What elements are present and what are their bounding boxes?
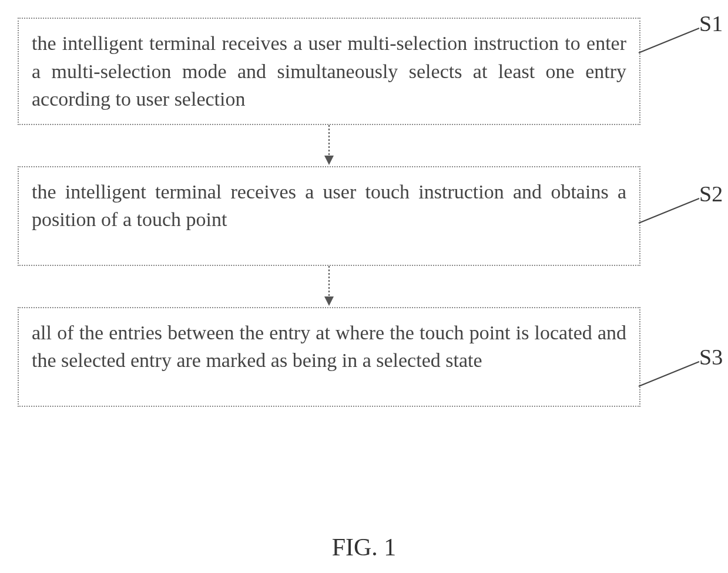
flow-step-s3-text: all of the entries between the entry at … (32, 322, 626, 372)
flow-step-s3: all of the entries between the entry at … (18, 307, 640, 407)
flow-step-s2-text: the intelligent terminal receives a user… (32, 181, 626, 231)
step-label-s2: S2 (699, 181, 723, 207)
svg-line-5 (639, 198, 699, 223)
leader-line-s2 (638, 194, 708, 229)
figure-caption: FIG. 1 (0, 533, 728, 561)
flow-step-s2: the intelligent terminal receives a user… (18, 166, 640, 266)
down-arrow-icon (317, 125, 341, 166)
arrow-s1-to-s2 (18, 125, 640, 166)
down-arrow-icon (317, 266, 341, 307)
arrow-s2-to-s3 (18, 266, 640, 307)
svg-marker-1 (324, 156, 334, 165)
flow-step-s1: the intelligent terminal receives a user… (18, 18, 640, 125)
leader-line-s3 (638, 357, 708, 392)
svg-marker-3 (324, 296, 334, 306)
svg-line-4 (639, 28, 699, 53)
step-label-s1: S1 (699, 11, 723, 36)
flowchart-container: the intelligent terminal receives a user… (18, 18, 640, 407)
svg-line-6 (639, 362, 699, 386)
leader-line-s1 (638, 23, 708, 59)
step-label-s3: S3 (699, 344, 723, 370)
flow-step-s1-text: the intelligent terminal receives a user… (32, 32, 626, 110)
